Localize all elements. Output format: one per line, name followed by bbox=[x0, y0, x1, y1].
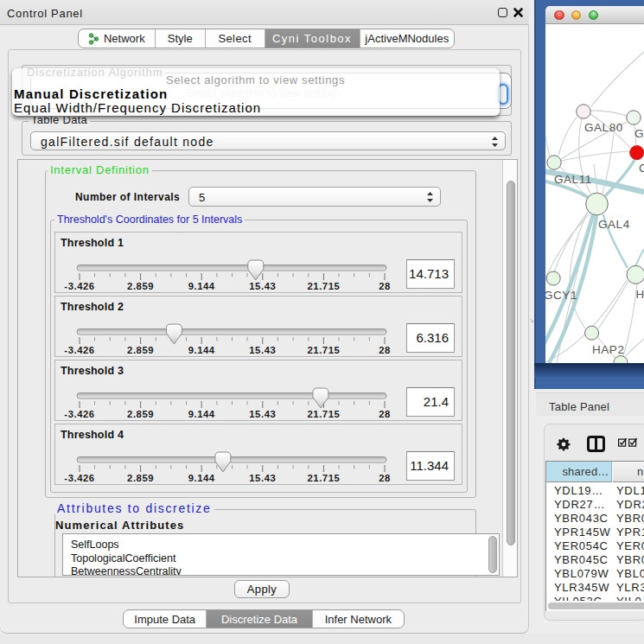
svg-text:2.859: 2.859 bbox=[127, 281, 154, 291]
svg-text:28: 28 bbox=[379, 281, 391, 291]
svg-text:28: 28 bbox=[379, 345, 391, 355]
svg-text:2.859: 2.859 bbox=[127, 345, 154, 355]
svg-text:21.715: 21.715 bbox=[307, 281, 340, 291]
svg-text:21.715: 21.715 bbox=[307, 473, 340, 483]
svg-text:GAL11: GAL11 bbox=[554, 173, 592, 186]
svg-text:9.144: 9.144 bbox=[188, 345, 215, 355]
svg-text:15.43: 15.43 bbox=[249, 281, 276, 291]
svg-text:GCY1: GCY1 bbox=[545, 289, 577, 302]
svg-text:28: 28 bbox=[379, 473, 391, 483]
svg-text:9.144: 9.144 bbox=[188, 281, 215, 291]
svg-text:-3.426: -3.426 bbox=[64, 345, 94, 355]
svg-text:2.859: 2.859 bbox=[127, 409, 154, 419]
svg-text:GAL4: GAL4 bbox=[598, 218, 630, 231]
svg-text:HAP2: HAP2 bbox=[592, 343, 624, 356]
svg-text:28: 28 bbox=[379, 409, 391, 419]
svg-text:-3.426: -3.426 bbox=[64, 281, 94, 291]
svg-text:-3.426: -3.426 bbox=[64, 409, 94, 419]
svg-text:CY: CY bbox=[639, 162, 644, 175]
svg-text:9.144: 9.144 bbox=[188, 473, 215, 483]
svg-text:15.43: 15.43 bbox=[249, 409, 276, 419]
svg-text:GAL2: GAL2 bbox=[634, 127, 644, 140]
svg-text:9.144: 9.144 bbox=[188, 409, 215, 419]
svg-text:2.859: 2.859 bbox=[127, 473, 154, 483]
svg-text:21.715: 21.715 bbox=[307, 345, 340, 355]
svg-text:GAL80: GAL80 bbox=[584, 121, 623, 134]
svg-text:15.43: 15.43 bbox=[249, 345, 276, 355]
svg-text:21.715: 21.715 bbox=[307, 409, 340, 419]
svg-text:15.43: 15.43 bbox=[249, 473, 276, 483]
svg-text:H: H bbox=[636, 288, 644, 301]
svg-text:-3.426: -3.426 bbox=[64, 473, 94, 483]
